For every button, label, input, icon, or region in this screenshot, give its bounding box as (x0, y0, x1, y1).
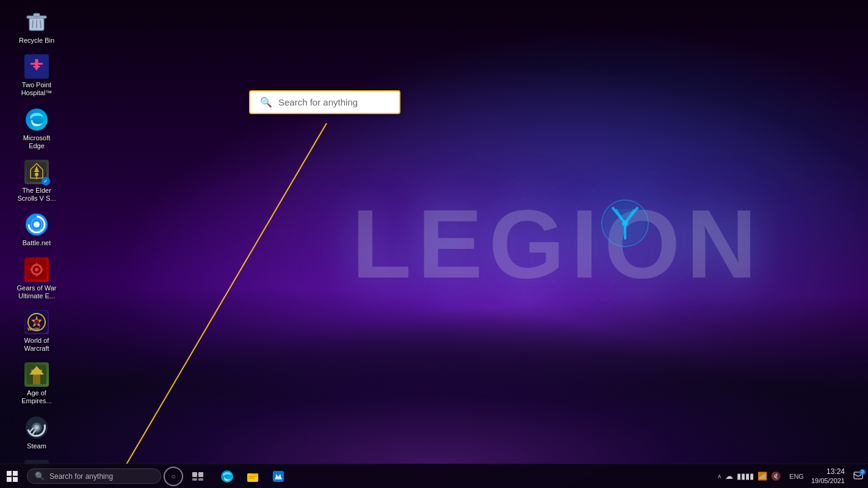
desktop-icon-aoe[interactable]: Age of Empires... (12, 359, 61, 409)
taskview-button[interactable] (188, 467, 208, 486)
taskbar-search-text: Search for anything (49, 472, 113, 481)
desktop-icon-skyrim[interactable]: ✓ The Elder Scrolls V S... (12, 156, 61, 206)
search-popup-icon: 🔍 (260, 96, 272, 108)
taskbar-apps (215, 464, 291, 489)
aoe-label: Age of Empires... (15, 389, 59, 405)
svg-point-20 (34, 221, 40, 228)
desktop-icon-tph[interactable]: + Two Point Hospital™ (12, 51, 61, 101)
desktop-icon-edge[interactable]: Microsoft Edge (12, 104, 61, 154)
gears-label: Gears of War Ultimate E... (15, 284, 59, 300)
svg-point-23 (35, 268, 38, 271)
search-popup-text: Search for anything (278, 97, 358, 107)
svg-rect-31 (31, 370, 42, 371)
taskbar-clock[interactable]: 13:24 19/05/2021 (808, 467, 848, 486)
svg-rect-47 (7, 477, 12, 482)
desktop-icons-container: Recycle Bin + Two Point Hospital™ (0, 0, 73, 464)
svg-line-8 (40, 20, 41, 28)
svg-point-17 (35, 173, 38, 176)
tray-wifi-icon[interactable]: 📶 (758, 472, 767, 481)
svg-rect-45 (7, 471, 12, 476)
edge-label: Microsoft Edge (15, 134, 59, 150)
taskbar: 🔍 Search for anything ○ (0, 464, 868, 488)
notification-badge: 2 (859, 469, 866, 475)
svg-rect-12 (35, 59, 38, 69)
tph-icon: + (24, 54, 49, 79)
tray-expand-icon[interactable]: ∧ (717, 473, 722, 479)
desktop-icon-recycle-bin[interactable]: Recycle Bin (12, 6, 61, 48)
taskbar-store[interactable] (266, 464, 291, 489)
skyrim-icon: ✓ (24, 160, 49, 184)
wow-icon: WoW (24, 310, 49, 334)
skyrim-label: The Elder Scrolls V S... (15, 187, 59, 203)
fog-overlay (0, 342, 868, 464)
taskbar-search[interactable]: 🔍 Search for anything (27, 468, 161, 484)
svg-rect-57 (273, 471, 284, 482)
steam-icon (24, 415, 49, 440)
search-popup: 🔍 Search for anything (249, 90, 400, 114)
svg-rect-49 (192, 472, 197, 477)
desktop-icon-gears[interactable]: Gears of War Ultimate E... (12, 254, 61, 304)
aoe-icon (24, 362, 49, 387)
tph-label: Two Point Hospital™ (15, 81, 59, 97)
desktop-icon-battlenet[interactable]: Battle.net (12, 209, 61, 251)
cortana-button[interactable]: ○ (164, 467, 183, 486)
tray-battery-icon[interactable]: ▮▮▮▮ (737, 472, 754, 481)
clock-date: 19/05/2021 (811, 476, 845, 485)
wow-label: World of Warcraft (15, 337, 59, 353)
taskbar-explorer[interactable] (241, 464, 265, 489)
taskbar-search-icon: 🔍 (35, 472, 45, 481)
tray-cloud-icon[interactable]: ☁ (725, 472, 733, 481)
svg-rect-29 (33, 375, 40, 384)
desktop-icon-wow[interactable]: WoW World of Warcraft (12, 306, 61, 356)
edge-icon (24, 107, 49, 132)
svg-point-35 (35, 426, 38, 429)
desktop-icon-steam[interactable]: Steam (12, 412, 61, 454)
svg-rect-58 (275, 478, 282, 479)
taskbar-edge[interactable] (215, 464, 239, 489)
svg-rect-51 (192, 478, 197, 481)
battlenet-icon (24, 212, 49, 237)
start-button[interactable] (0, 464, 24, 489)
svg-point-26 (34, 320, 39, 325)
svg-line-6 (32, 20, 33, 28)
svg-rect-5 (34, 13, 40, 16)
gears-icon (24, 257, 49, 282)
recycle-bin-icon (24, 10, 49, 34)
language-indicator[interactable]: ENG (786, 473, 808, 480)
system-tray: ∧ ☁ ▮▮▮▮ 📶 🔇 (712, 472, 786, 481)
svg-point-14 (34, 119, 43, 124)
search-popup-box[interactable]: 🔍 Search for anything (249, 90, 400, 114)
tray-volume-icon[interactable]: 🔇 (771, 472, 781, 481)
cortana-icon: ○ (171, 472, 175, 481)
steam-label: Steam (27, 442, 46, 450)
svg-rect-55 (248, 476, 257, 477)
battlenet-label: Battle.net (23, 239, 51, 247)
svg-rect-52 (198, 478, 203, 481)
svg-text:WoW: WoW (27, 326, 40, 332)
notification-center[interactable]: 2 (848, 467, 868, 486)
recycle-bin-label: Recycle Bin (19, 37, 54, 45)
svg-rect-56 (248, 478, 255, 479)
clock-time: 13:24 (826, 467, 845, 477)
legion-y-icon (601, 196, 649, 253)
svg-rect-50 (198, 472, 203, 477)
svg-rect-48 (13, 477, 18, 482)
svg-rect-46 (13, 471, 18, 476)
